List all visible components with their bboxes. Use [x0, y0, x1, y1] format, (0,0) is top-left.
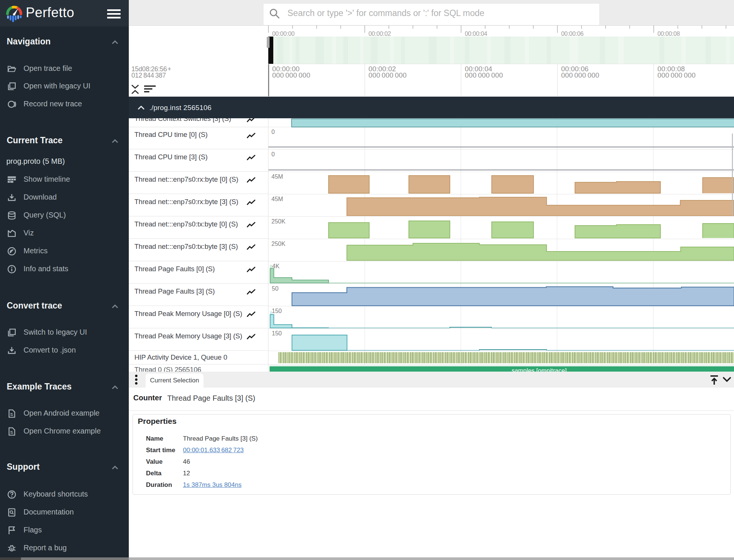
svg-text:00:00:04: 00:00:04	[465, 31, 487, 37]
svg-text:0: 0	[271, 129, 275, 135]
svg-text:45M: 45M	[271, 173, 283, 180]
svg-text:150: 150	[272, 330, 282, 337]
svg-text:00:00:02: 00:00:02	[368, 31, 391, 37]
svg-text:00:00:08: 00:00:08	[657, 31, 680, 37]
svg-text:00:00:00: 00:00:00	[272, 31, 295, 37]
svg-text:000 000 000: 000 000 000	[465, 71, 503, 79]
svg-text:000 000 000: 000 000 000	[272, 71, 310, 79]
svg-text:150: 150	[272, 308, 282, 314]
svg-text:000 000 000: 000 000 000	[561, 71, 599, 79]
svg-text:0: 0	[271, 151, 275, 157]
svg-text:012 844 387: 012 844 387	[131, 72, 166, 79]
svg-text:00:00:06: 00:00:06	[561, 31, 584, 37]
svg-text:50: 50	[272, 285, 279, 292]
svg-text:000 000 000: 000 000 000	[368, 71, 407, 79]
svg-text:250K: 250K	[271, 241, 286, 247]
svg-text:45M: 45M	[271, 196, 283, 202]
svg-text:250K: 250K	[271, 218, 286, 225]
svg-text:samples [omnitrace]: samples [omnitrace]	[511, 367, 567, 372]
svg-text:000 000 000: 000 000 000	[657, 71, 696, 79]
